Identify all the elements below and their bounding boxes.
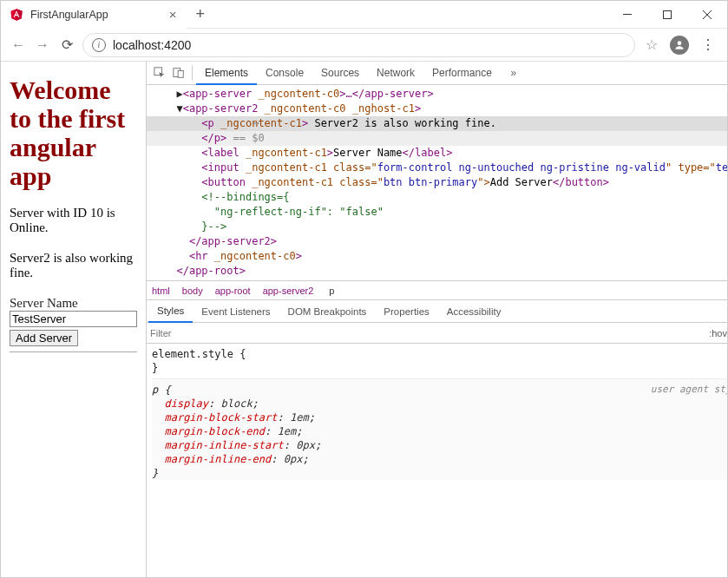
styles-pane: :hov .cls + element.style { } user agent… bbox=[147, 323, 728, 578]
browser-tab[interactable]: FirstAngularApp × bbox=[1, 1, 187, 29]
angular-icon bbox=[10, 8, 23, 22]
server-name-input[interactable] bbox=[10, 311, 137, 327]
tab-event-listeners[interactable]: Event Listeners bbox=[193, 300, 279, 323]
tab-dom-breakpoints[interactable]: DOM Breakpoints bbox=[279, 300, 376, 323]
window-titlebar: FirstAngularApp × + bbox=[1, 1, 727, 29]
back-button[interactable]: ← bbox=[6, 33, 30, 57]
new-tab-button[interactable]: + bbox=[187, 5, 213, 23]
svg-rect-0 bbox=[623, 14, 632, 15]
tab-sources[interactable]: Sources bbox=[312, 62, 368, 85]
tab-styles[interactable]: Styles bbox=[148, 300, 193, 323]
server-status-1: Server with ID 10 is Online. bbox=[10, 206, 137, 235]
rendered-page: Welcome to the first angular app Server … bbox=[1, 62, 147, 578]
svg-point-2 bbox=[678, 41, 682, 45]
maximize-button[interactable] bbox=[647, 1, 687, 29]
styles-filter-input[interactable] bbox=[150, 328, 704, 338]
reload-button[interactable]: ⟳ bbox=[55, 33, 79, 57]
add-server-button[interactable]: Add Server bbox=[10, 330, 78, 346]
styles-tabbar: Styles Event Listeners DOM Breakpoints P… bbox=[147, 300, 728, 323]
close-tab-icon[interactable]: × bbox=[169, 7, 177, 22]
devtools-tabbar: Elements Console Sources Network Perform… bbox=[147, 62, 728, 85]
page-heading: Welcome to the first angular app bbox=[10, 76, 137, 190]
close-window-button[interactable] bbox=[687, 1, 727, 29]
tab-properties[interactable]: Properties bbox=[375, 300, 437, 323]
url-input[interactable]: i localhost:4200 bbox=[82, 33, 635, 57]
more-tabs-icon[interactable]: » bbox=[504, 63, 523, 82]
address-bar: ← → ⟳ i localhost:4200 ☆ ⋮ bbox=[1, 29, 727, 62]
svg-rect-5 bbox=[178, 70, 183, 77]
crumb-body[interactable]: body bbox=[182, 286, 203, 296]
tab-accessibility[interactable]: Accessibility bbox=[438, 300, 510, 323]
crumb-p[interactable]: p bbox=[325, 284, 338, 298]
minimize-button[interactable] bbox=[607, 1, 647, 29]
forward-button: → bbox=[30, 33, 55, 57]
tab-console[interactable]: Console bbox=[257, 62, 312, 85]
hov-toggle[interactable]: :hov bbox=[704, 328, 728, 338]
dom-tree[interactable]: ▶<app-server _ngcontent-c0>…</app-server… bbox=[147, 85, 728, 281]
crumb-app-server2[interactable]: app-server2 bbox=[263, 286, 314, 296]
bookmark-icon[interactable]: ☆ bbox=[646, 36, 658, 53]
tab-network[interactable]: Network bbox=[368, 62, 423, 85]
tab-elements[interactable]: Elements bbox=[196, 62, 257, 85]
inspect-icon[interactable] bbox=[150, 63, 169, 82]
breadcrumb[interactable]: html body app-root app-server2 p bbox=[147, 281, 728, 300]
browser-menu-icon[interactable]: ⋮ bbox=[694, 36, 722, 53]
server-name-label: Server Name bbox=[10, 296, 78, 310]
url-text: localhost:4200 bbox=[113, 38, 191, 52]
divider bbox=[10, 351, 137, 352]
svg-rect-1 bbox=[664, 10, 672, 18]
tab-performance[interactable]: Performance bbox=[423, 62, 501, 85]
tab-title: FirstAngularApp bbox=[30, 9, 108, 21]
server-status-2: Server2 is also working fine. bbox=[10, 251, 137, 280]
crumb-html[interactable]: html bbox=[152, 286, 170, 296]
devtools-panel: Elements Console Sources Network Perform… bbox=[147, 62, 728, 578]
site-info-icon[interactable]: i bbox=[92, 38, 106, 52]
device-icon[interactable] bbox=[169, 63, 188, 82]
window-controls bbox=[607, 1, 727, 29]
crumb-app-root[interactable]: app-root bbox=[215, 286, 251, 296]
css-rules[interactable]: element.style { } user agent stylesheet … bbox=[147, 344, 728, 578]
profile-avatar[interactable] bbox=[670, 36, 689, 55]
